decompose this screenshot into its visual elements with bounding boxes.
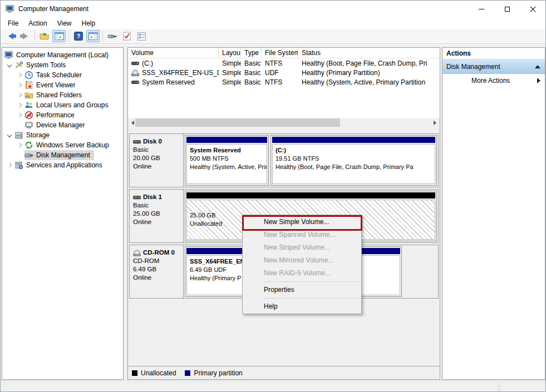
menu-item-new-simple-volume[interactable]: New Simple Volume... xyxy=(243,216,361,229)
title-bar: Computer Management xyxy=(1,1,545,17)
help-button[interactable]: ? xyxy=(72,30,85,42)
tree-item-system-tools[interactable]: System Tools xyxy=(2,60,123,70)
system-tools-icon xyxy=(14,61,23,70)
menu-view[interactable]: View xyxy=(52,18,77,28)
volume-name: (C:) xyxy=(142,59,153,67)
menu-help[interactable]: Help xyxy=(77,18,101,28)
horizontal-scrollbar[interactable] xyxy=(128,118,440,127)
unallocated-legend-swatch xyxy=(132,370,137,376)
tree-item-shared-folders[interactable]: Shared Folders xyxy=(2,90,123,100)
back-button[interactable] xyxy=(4,30,17,42)
action-pane-icon xyxy=(88,32,98,40)
scrollbar-thumb[interactable] xyxy=(135,118,340,127)
maximize-button[interactable] xyxy=(494,1,520,17)
menu-item-properties[interactable]: Properties xyxy=(243,284,361,296)
disk-status: Online xyxy=(133,218,183,226)
volume-status: Healthy (Boot, Page File, Crash Dump, Pr… xyxy=(298,59,440,67)
scroll-right-icon xyxy=(434,121,436,125)
volume-row-c[interactable]: (C:) Simple Basic NTFS Healthy (Boot, Pa… xyxy=(128,58,440,68)
tree-item-device-manager[interactable]: Device Manager xyxy=(2,120,123,130)
chevron-expanded-icon xyxy=(7,133,12,137)
cdrom0-label-card[interactable]: CD-ROM 0 CD-ROM 6.49 GB Online xyxy=(130,245,184,298)
performance-icon xyxy=(24,111,33,120)
volume-row-system-reserved[interactable]: System Reserved Simple Basic NTFS Health… xyxy=(128,77,440,87)
disk0-label-card[interactable]: Disk 0 Basic 20.00 GB Online xyxy=(130,134,184,187)
disk1-label-card[interactable]: Disk 1 Basic 25.00 GB Online xyxy=(130,190,184,242)
chevron-slot[interactable] xyxy=(14,113,24,117)
status-bar xyxy=(1,380,545,392)
context-menu: New Simple Volume... New Spanned Volume.… xyxy=(242,215,362,314)
volume-name: SSS_X64FREE_EN-US_DV9 (D:) xyxy=(142,69,219,77)
chevron-slot[interactable] xyxy=(14,73,24,77)
collapse-icon[interactable] xyxy=(535,65,540,68)
tree-item-services-and-applications[interactable]: Services and Applications xyxy=(2,160,123,170)
hdd-volume-icon xyxy=(131,79,140,86)
cd-rom-icon xyxy=(133,250,141,256)
menu-item-new-mirrored-volume: New Mirrored Volume... xyxy=(243,254,361,267)
menu-file[interactable]: File xyxy=(3,18,23,28)
device-tool-button[interactable] xyxy=(106,30,119,42)
tree-item-event-viewer[interactable]: Event Viewer xyxy=(2,80,123,90)
chevron-slot[interactable] xyxy=(14,83,24,87)
computer-management-window: Computer Management File Action View Hel… xyxy=(0,0,546,392)
actions-group-label: Disk Management xyxy=(446,63,500,71)
unallocated-legend-label: Unallocated xyxy=(141,369,176,377)
chevron-slot[interactable] xyxy=(14,103,24,107)
tree-item-performance[interactable]: Performance xyxy=(2,110,123,120)
checklist-document-button[interactable] xyxy=(135,30,148,42)
chevron-slot[interactable] xyxy=(14,143,24,147)
close-button[interactable] xyxy=(520,1,545,17)
actions-pane: Actions Disk Management More Actions xyxy=(442,47,545,380)
column-header-file-system[interactable]: File System xyxy=(262,48,298,58)
chevron-slot[interactable] xyxy=(4,63,14,67)
chevron-collapsed-icon xyxy=(17,103,22,107)
check-document-button[interactable] xyxy=(120,30,134,42)
column-header-type[interactable]: Type xyxy=(241,48,262,58)
tree-item-task-scheduler[interactable]: Task Scheduler xyxy=(2,70,123,80)
column-header-layout[interactable]: Layout xyxy=(219,48,241,58)
disk-name: Disk 1 xyxy=(143,193,162,201)
chevron-slot[interactable] xyxy=(4,163,14,167)
tree-item-windows-server-backup[interactable]: Windows Server Backup xyxy=(2,140,123,150)
more-actions-item[interactable]: More Actions xyxy=(442,74,545,87)
menu-item-help[interactable]: Help xyxy=(243,300,361,313)
minimize-button[interactable] xyxy=(469,1,494,17)
computer-icon xyxy=(4,51,13,59)
volume-row-dvd[interactable]: SSS_X64FREE_EN-US_DV9 (D:) Simple Basic … xyxy=(128,68,440,77)
toolbar-separator xyxy=(102,31,103,42)
storage-icon xyxy=(14,131,23,140)
action-pane-toggle-button[interactable] xyxy=(86,30,100,42)
status-bar-divider xyxy=(499,382,499,392)
chevron-slot[interactable] xyxy=(14,93,24,97)
disk0-row: Disk 0 Basic 20.00 GB Online System Rese… xyxy=(129,133,439,187)
disk-management-icon xyxy=(24,151,33,160)
tree-item-disk-management[interactable]: Disk Management xyxy=(2,150,123,160)
actions-group-disk-management[interactable]: Disk Management xyxy=(442,59,545,74)
tree-item-storage[interactable]: Storage xyxy=(2,130,123,140)
export-folder-icon xyxy=(40,32,50,41)
console-tree-toggle-button[interactable] xyxy=(52,30,66,42)
volume-status: Healthy (System, Active, Primary Partiti… xyxy=(298,78,440,86)
disk-type: Basic xyxy=(133,146,183,154)
task-scheduler-icon xyxy=(24,71,33,80)
export-folder-button[interactable] xyxy=(38,30,51,42)
tree-item-label: Computer Management (Local) xyxy=(16,51,111,59)
console-tree-pane: Computer Management (Local) System Tools… xyxy=(2,47,124,380)
partition-system-reserved[interactable]: System Reserved 500 MB NTFS Healthy (Sys… xyxy=(185,135,269,186)
tree-item-computer-management[interactable]: Computer Management (Local) xyxy=(2,50,123,60)
menu-action[interactable]: Action xyxy=(23,18,52,28)
column-header-volume[interactable]: Volume xyxy=(128,48,219,58)
maximize-icon xyxy=(505,7,510,12)
volume-type: Basic xyxy=(241,78,262,86)
column-header-status[interactable]: Status xyxy=(298,48,440,58)
forward-button[interactable] xyxy=(18,30,32,42)
menu-item-new-raid5-volume: New RAID-5 Volume... xyxy=(243,267,361,280)
volume-layout: Simple xyxy=(219,69,241,77)
chevron-slot[interactable] xyxy=(4,133,14,137)
tree-item-local-users-and-groups[interactable]: Local Users and Groups xyxy=(2,100,123,110)
partition-c[interactable]: (C:) 19.51 GB NTFS Healthy (Boot, Page F… xyxy=(270,135,437,186)
scroll-right-button[interactable] xyxy=(430,118,440,127)
disk-type: CD-ROM xyxy=(133,257,183,265)
partition-size: 500 MB NTFS xyxy=(190,155,264,163)
partition-name: System Reserved xyxy=(190,146,264,155)
